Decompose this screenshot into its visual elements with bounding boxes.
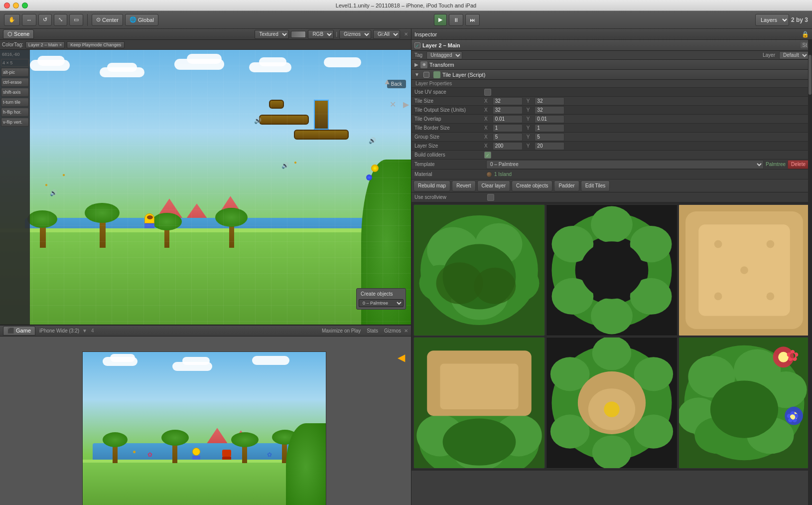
stats-btn[interactable]: Stats: [367, 328, 378, 334]
nav-right-icon[interactable]: ▶: [403, 100, 409, 109]
tile-3[interactable]: [678, 204, 810, 336]
use-scrollview-checkbox[interactable]: [487, 194, 494, 201]
tile-layer-component-header[interactable]: ▼ Tile Layer (Script): [411, 70, 812, 80]
padder-button[interactable]: Padder: [554, 180, 579, 191]
tile-overlap-x-input[interactable]: [493, 115, 523, 123]
revert-button[interactable]: Revert: [452, 180, 475, 191]
tile-output-x-input[interactable]: [493, 106, 523, 114]
svg-point-9: [474, 268, 516, 304]
game-tab[interactable]: ⬛ Game: [3, 326, 35, 336]
nav-up-icon[interactable]: ▲: [383, 77, 391, 86]
scene-tab[interactable]: ⬡ Scene: [3, 29, 34, 39]
center-button[interactable]: ⊙ Center: [92, 14, 123, 26]
layer-size-y-input[interactable]: [535, 142, 564, 150]
tile-layer-enabled-checkbox[interactable]: [423, 72, 429, 78]
hand-tool-button[interactable]: ✋: [4, 14, 20, 26]
coin-3: ●: [294, 160, 297, 165]
tile-output-y-input[interactable]: [535, 106, 564, 114]
svg-point-42: [592, 436, 632, 469]
tile-output-xy: X Y: [484, 106, 564, 114]
template-select[interactable]: 0 – Palmtree: [486, 160, 764, 169]
minimize-button[interactable]: [13, 2, 19, 8]
tag-select[interactable]: Untagged: [426, 51, 462, 59]
use-uv-checkbox[interactable]: [484, 89, 491, 96]
iphone-dropdown-icon[interactable]: ▼: [82, 328, 87, 334]
ctrl-erase-button[interactable]: ctrl-erase: [1, 78, 29, 87]
tag-layer-row: Tag Untagged Layer Default: [411, 51, 812, 60]
sound-icon-1: 🔊: [254, 117, 262, 124]
layers-select[interactable]: Layers: [755, 14, 789, 26]
alt-pic-button[interactable]: alt-pic: [1, 68, 29, 77]
layer-value-select[interactable]: Default: [779, 51, 809, 59]
rotate-tool-button[interactable]: ↺: [38, 14, 52, 26]
svg-point-23: [714, 240, 722, 248]
rgb-dropdown[interactable]: RGB: [308, 30, 334, 39]
scene-canvas[interactable]: Back ▲ ▶ ✕ 🔊 🔊 🔊 🔊 ● ● ● 6816,-60: [0, 50, 411, 325]
object-enabled-checkbox[interactable]: [414, 42, 420, 48]
sound-icon-4: 🔊: [50, 189, 57, 196]
edit-tiles-button[interactable]: Edit Tiles: [581, 180, 610, 191]
scale-tool-button[interactable]: ⤡: [54, 14, 67, 26]
move-tool-button[interactable]: ↔: [22, 14, 36, 26]
play-button[interactable]: ▶: [434, 14, 447, 26]
maximize-button[interactable]: [22, 2, 28, 8]
tile-size-x-input[interactable]: [493, 97, 523, 105]
layer-size-x-input[interactable]: [493, 142, 523, 150]
inspector-scrollbar[interactable]: [808, 40, 812, 505]
step-button[interactable]: ⏭: [465, 14, 480, 26]
clear-layer-button[interactable]: Clear layer: [477, 180, 510, 191]
game-arrow-icon: ◀: [398, 351, 405, 363]
textured-dropdown[interactable]: Textured: [255, 30, 289, 39]
palmtree-select-popup[interactable]: 0 – Palmtree: [359, 299, 404, 307]
globe-icon: 🌐: [130, 16, 136, 23]
coin-1: ●: [45, 182, 48, 187]
h-flip-hor-button[interactable]: h-flip hor.: [1, 108, 29, 117]
v-flip-vert-button[interactable]: v-flip vert.: [1, 118, 29, 127]
tile-6[interactable]: ✿ ✿: [678, 337, 810, 469]
global-label: Global: [138, 17, 154, 23]
create-objects-popup-item[interactable]: Create objects: [357, 290, 406, 298]
group-size-y-input[interactable]: [535, 133, 564, 141]
material-icon: [486, 171, 492, 177]
pause-button[interactable]: ⏸: [449, 14, 463, 26]
global-button[interactable]: 🌐 Global: [125, 14, 158, 26]
create-objects-button[interactable]: Create objects: [512, 180, 552, 191]
use-scrollview-row: Use scrollview: [411, 192, 812, 202]
maximize-on-play-btn[interactable]: Maximize on Play: [322, 328, 361, 334]
tile-2[interactable]: [546, 204, 677, 336]
scene-close-btn[interactable]: ✕: [404, 31, 408, 37]
rebuild-map-button[interactable]: Rebuild map: [413, 180, 450, 191]
shift-axis-button[interactable]: shift-axis: [1, 88, 29, 97]
gizmos-all-dropdown[interactable]: Gi:All: [373, 30, 400, 39]
layer-tag-button[interactable]: Layer 2 – Main ×: [25, 41, 65, 48]
tile-palette[interactable]: ✿ ✿: [411, 202, 812, 471]
tile-border-y-input[interactable]: [535, 124, 564, 132]
build-colliders-label: Build colliders: [414, 152, 484, 158]
game-tab-label: Game: [16, 328, 31, 334]
t-turn-tile-button[interactable]: t-turn tile: [1, 98, 29, 107]
tile-border-x-input[interactable]: [493, 124, 523, 132]
rect-tool-button[interactable]: ▭: [69, 14, 83, 26]
tile-4[interactable]: [413, 337, 545, 469]
group-size-x-input[interactable]: [493, 133, 523, 141]
nav-left-icon[interactable]: ✕: [390, 100, 396, 109]
delete-button[interactable]: Delete: [788, 160, 809, 169]
lock-icon[interactable]: 🔒: [802, 31, 809, 38]
keep-playmode-button[interactable]: Keep Playmode Changes: [67, 41, 125, 48]
tile-5[interactable]: [546, 337, 677, 469]
game-gizmos-btn[interactable]: Gizmos: [384, 328, 401, 334]
inspector-content[interactable]: Layer 2 – Main St Tag Untagged Layer Def…: [411, 40, 812, 505]
svg-rect-35: [440, 363, 518, 409]
gizmos-dropdown[interactable]: Gizmos: [339, 30, 371, 39]
tag-label: Tag: [414, 52, 422, 58]
tile-1[interactable]: [413, 204, 545, 336]
tile-size-y-input[interactable]: [535, 97, 564, 105]
svg-point-39: [592, 337, 632, 370]
svg-point-19: [580, 241, 643, 299]
game-close-x[interactable]: ✕: [404, 328, 408, 334]
tile-overlap-y-input[interactable]: [535, 115, 564, 123]
build-colliders-checkbox[interactable]: [484, 152, 491, 159]
rgb-swatch[interactable]: [291, 31, 306, 38]
transform-component-header[interactable]: ▶ ⊕ Transform: [411, 60, 812, 70]
close-button[interactable]: [4, 2, 10, 8]
